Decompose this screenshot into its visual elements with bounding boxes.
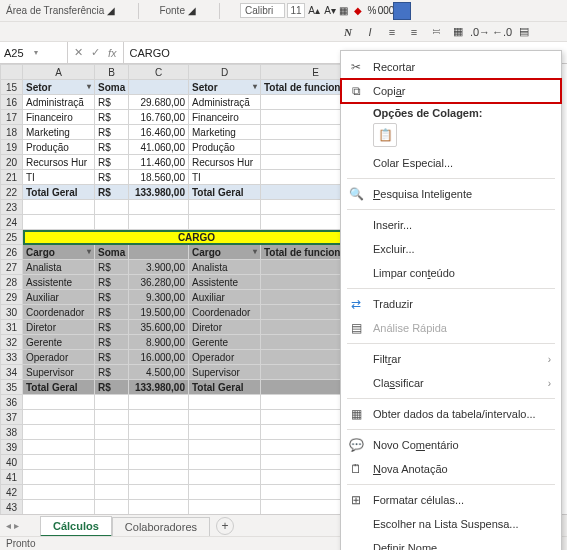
cell[interactable]: R$ [95,140,129,155]
align-center-icon[interactable]: ≡ [406,24,422,40]
row-header[interactable]: 42 [1,485,23,500]
cell[interactable] [95,215,129,230]
cell[interactable]: Cargo▾ [189,245,261,260]
menu-new-comment[interactable]: 💬Novo Comentário [341,433,561,457]
row-header[interactable]: 37 [1,410,23,425]
cell[interactable]: R$ [95,275,129,290]
cell[interactable] [23,485,95,500]
cell[interactable]: Diretor [23,320,95,335]
menu-cut[interactable]: ✂Recortar [341,55,561,79]
cell[interactable] [95,485,129,500]
fill-color-icon[interactable]: ◆ [351,4,365,18]
cell[interactable]: R$ [95,155,129,170]
cell[interactable]: 18.560,00 [129,170,189,185]
menu-pick-list[interactable]: Escolher na Lista Suspensa... [341,512,561,536]
chevron-down-icon[interactable]: ▾ [34,48,64,57]
cell[interactable] [129,410,189,425]
menu-clear[interactable]: Limpar conteúdo [341,261,561,285]
cell[interactable]: 9.300,00 [129,290,189,305]
row-header[interactable]: 43 [1,500,23,515]
align-left-icon[interactable]: ≡ [384,24,400,40]
cell[interactable] [95,425,129,440]
comma-icon[interactable]: 000 [379,4,393,18]
cell[interactable]: Total Geral [23,380,95,395]
merged-cell[interactable]: CARGO [23,230,371,245]
cell[interactable] [129,425,189,440]
increase-decimal-icon[interactable]: .0→ [472,24,488,40]
fx-icon[interactable]: fx [108,47,117,59]
cell[interactable]: 16.000,00 [129,350,189,365]
menu-define-name[interactable]: Definir Nome... [341,536,561,550]
cell[interactable] [189,200,261,215]
cell[interactable]: R$ [95,350,129,365]
cell[interactable]: Financeiro [23,110,95,125]
cell[interactable]: Coordenador [23,305,95,320]
row-header[interactable]: 34 [1,365,23,380]
cell[interactable] [129,500,189,515]
font-name-box[interactable]: Calibri [240,3,285,18]
menu-smart-lookup[interactable]: 🔍Pesquisa Inteligente [341,182,561,206]
cell[interactable] [189,500,261,515]
cell[interactable]: R$ [95,185,129,200]
row-header[interactable]: 32 [1,335,23,350]
cell[interactable] [23,440,95,455]
cell[interactable]: Administraçã [189,95,261,110]
menu-get-data[interactable]: ▦Obter dados da tabela/intervalo... [341,402,561,426]
cell[interactable] [23,395,95,410]
cell[interactable]: TI [189,170,261,185]
cell[interactable]: 35.600,00 [129,320,189,335]
cell[interactable] [23,470,95,485]
menu-paste-special[interactable]: Colar Especial... [341,151,561,175]
cell[interactable] [189,395,261,410]
cell[interactable] [189,425,261,440]
format-icon[interactable]: ▤ [516,24,532,40]
cell[interactable]: Auxiliar [189,290,261,305]
col-header-B[interactable]: B [95,65,129,80]
cell[interactable]: 11.460,00 [129,155,189,170]
col-header-D[interactable]: D [189,65,261,80]
cell[interactable]: Auxiliar [23,290,95,305]
cell[interactable]: Assistente [23,275,95,290]
row-header[interactable]: 24 [1,215,23,230]
cell[interactable] [95,440,129,455]
italic-button[interactable]: I [362,24,378,40]
cell[interactable]: Soma de Salário [95,80,129,95]
cell[interactable] [23,500,95,515]
cell[interactable]: R$ [95,95,129,110]
row-header[interactable]: 29 [1,290,23,305]
row-header[interactable]: 39 [1,440,23,455]
merge-icon[interactable]: ⎶ [428,24,444,40]
cell[interactable]: Setor▾ [189,80,261,95]
cell[interactable] [23,410,95,425]
row-header[interactable]: 18 [1,125,23,140]
cell[interactable]: Analista [23,260,95,275]
cell[interactable] [129,485,189,500]
decrease-font-icon[interactable]: A▾ [323,4,337,18]
cell[interactable] [95,455,129,470]
cell[interactable] [189,215,261,230]
cell[interactable] [129,470,189,485]
row-header[interactable]: 20 [1,155,23,170]
enter-icon[interactable]: ✓ [91,46,100,59]
tab-colaboradores[interactable]: Colaboradores [112,517,210,536]
cell[interactable] [189,485,261,500]
row-header[interactable]: 25 [1,230,23,245]
decrease-decimal-icon[interactable]: ←.0 [494,24,510,40]
col-header-C[interactable]: C [129,65,189,80]
borders-icon[interactable]: ▦ [337,4,351,18]
row-header[interactable]: 28 [1,275,23,290]
cell[interactable] [129,245,189,260]
cell[interactable]: Gerente [189,335,261,350]
select-all-corner[interactable] [1,65,23,80]
cell[interactable]: R$ [95,170,129,185]
cell[interactable]: Recursos Hur [23,155,95,170]
cell[interactable]: Administraçã [23,95,95,110]
cell[interactable]: Diretor [189,320,261,335]
cell[interactable] [129,215,189,230]
cell[interactable]: R$ [95,290,129,305]
menu-insert[interactable]: Inserir... [341,213,561,237]
increase-font-icon[interactable]: A▴ [307,4,321,18]
row-header[interactable]: 41 [1,470,23,485]
cell[interactable]: R$ [95,110,129,125]
row-header[interactable]: 15 [1,80,23,95]
